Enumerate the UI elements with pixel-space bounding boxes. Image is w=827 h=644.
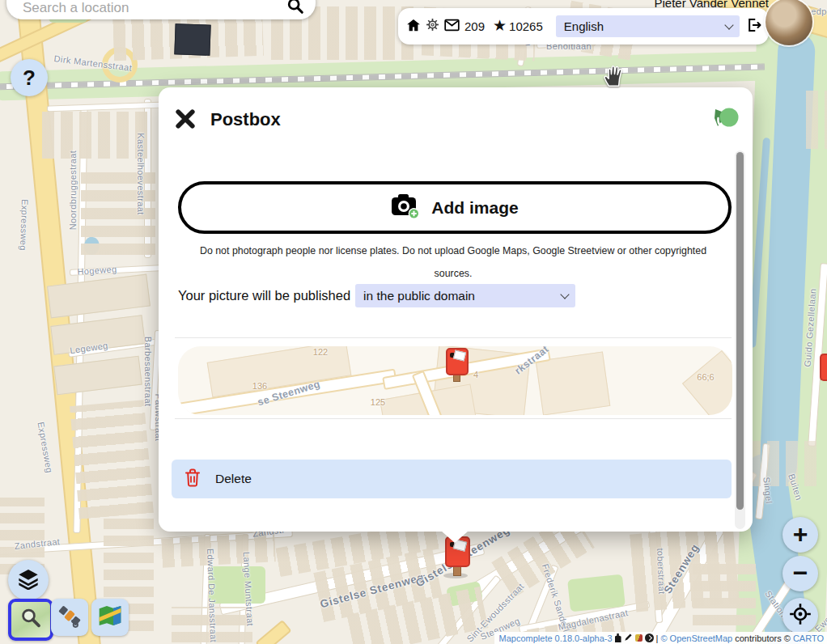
street-label: Lange Muntstraat — [242, 552, 256, 627]
license-value: in the public domain — [363, 289, 475, 303]
mapcomplete-version-link[interactable]: Mapcomplete 0.18.0-alpha-3 — [499, 633, 613, 643]
contributor-icon — [615, 633, 621, 642]
street-label: toberstraat — [655, 548, 667, 594]
street-label: 4 — [473, 370, 478, 379]
street-label: Magdalenastraat — [558, 608, 630, 632]
attribution-bar: Mapcomplete 0.18.0-alpha-3 | © OpenStree… — [494, 632, 827, 644]
geolocate-button[interactable] — [782, 598, 818, 633]
carto-link[interactable]: CARTO — [793, 633, 824, 643]
street-label: 136 — [252, 381, 267, 391]
divider — [175, 418, 732, 419]
satellite-icon — [57, 603, 83, 632]
license-select[interactable]: in the public domain — [355, 284, 575, 307]
user-panel: 209 ★ 10265 English — [398, 8, 769, 44]
dialog-pointer-tail — [441, 531, 469, 543]
minus-icon: − — [793, 560, 808, 586]
delete-label: Delete — [215, 472, 252, 486]
divider — [175, 337, 732, 338]
search-icon[interactable] — [286, 0, 304, 18]
street-label: Dirk Martensstraat — [53, 53, 133, 73]
close-icon[interactable] — [173, 107, 197, 131]
help-button[interactable]: ? — [11, 59, 48, 96]
map-style-satellite-button[interactable] — [51, 599, 88, 636]
street-label: se Steenweg — [257, 379, 322, 409]
street-label: Kasteelhoevestraat — [136, 133, 146, 214]
language-select[interactable]: English — [556, 15, 740, 37]
street-label: Frederik Sanderla — [541, 562, 574, 638]
search-bar — [6, 0, 316, 19]
search-input[interactable] — [21, 0, 286, 17]
location-minimap[interactable]: 122136se Steenweg1254rkstraat66;6 — [178, 346, 732, 415]
street-label: Barbesaenstraat — [143, 337, 153, 407]
marker-body — [446, 348, 469, 375]
chevron-down-icon — [560, 290, 569, 299]
image-upload-note: Do not photograph people nor license pla… — [186, 239, 720, 285]
language-value: English — [564, 19, 604, 33]
street-label: Zandstraat — [14, 536, 61, 551]
help-label: ? — [23, 66, 36, 91]
street-label: Hogeweg — [77, 264, 117, 276]
street-label: 125 — [371, 397, 385, 407]
plus-icon: + — [793, 521, 808, 547]
street-label: Guido Gezellelaan — [803, 288, 818, 367]
marker-envelope — [453, 350, 466, 361]
layers-button[interactable] — [8, 560, 49, 600]
folded-map-icon — [97, 603, 123, 632]
hand-cursor — [602, 64, 626, 91]
add-image-button[interactable]: Add image — [178, 181, 732, 234]
openstreetmap-link[interactable]: © OpenStreetMap — [660, 633, 732, 643]
attribution-separator: | — [656, 633, 659, 643]
mapcomplete-logo-icon — [709, 105, 740, 142]
messages-icon[interactable] — [444, 19, 460, 35]
message-count: 209 — [464, 19, 485, 33]
dialog-scrollbar-thumb[interactable] — [736, 152, 744, 510]
minimap-postbox-marker — [443, 346, 470, 383]
avatar[interactable] — [766, 0, 812, 45]
trash-icon — [184, 468, 201, 490]
map-style-map-button[interactable] — [91, 599, 129, 636]
license-prefix: Your picture will be published — [178, 288, 350, 303]
logout-icon[interactable] — [746, 17, 762, 36]
postbox-marker-edge[interactable] — [820, 354, 827, 381]
street-label: Expressweg — [19, 199, 30, 251]
crosshair-icon — [789, 603, 812, 629]
delete-button[interactable]: Delete — [172, 460, 732, 498]
star-count: 10265 — [509, 19, 543, 33]
gear-icon[interactable] — [426, 18, 439, 35]
dialog-title: Postbox — [210, 109, 281, 130]
add-image-label: Add image — [431, 198, 518, 218]
map-style-osm-button[interactable] — [8, 599, 53, 641]
street-label: Noordbruggestraat — [68, 150, 78, 231]
street-label: Legeweg — [70, 341, 109, 355]
street-label: 66;6 — [697, 372, 714, 382]
postbox-dialog: Postbox Add image Do not phot — [159, 87, 753, 532]
home-icon[interactable] — [406, 18, 421, 36]
street-label: Edward De Jansstraat — [206, 549, 218, 643]
street-label: Singel — [761, 477, 774, 504]
zoom-out-button[interactable]: − — [782, 556, 818, 591]
street-label: rkstraat — [512, 346, 550, 377]
star-icon: ★ — [493, 16, 507, 35]
more-info-icon[interactable] — [645, 633, 654, 642]
street-label: 122 — [313, 347, 328, 357]
chevron-down-icon — [724, 20, 733, 29]
license-row: Your picture will be published in the pu… — [178, 284, 575, 307]
edit-pencil-icon — [624, 633, 633, 643]
street-label: Gistelse Steenweg — [319, 571, 426, 611]
layers-icon — [17, 567, 40, 593]
street-label: Expressweg — [36, 421, 55, 473]
street-label: Steenweg — [661, 542, 702, 596]
magnifier-icon — [19, 606, 43, 633]
street-label: Buiten — [787, 472, 804, 502]
street-label: edp — [811, 6, 827, 16]
mapcomplete-app: Dirk MartensstraatkklaanBenoitlaanedpKas… — [0, 0, 827, 644]
attribution-contributors: contributors © — [735, 633, 791, 643]
translate-icon — [635, 634, 643, 642]
zoom-in-button[interactable]: + — [782, 517, 818, 553]
camera-icon — [391, 193, 420, 222]
